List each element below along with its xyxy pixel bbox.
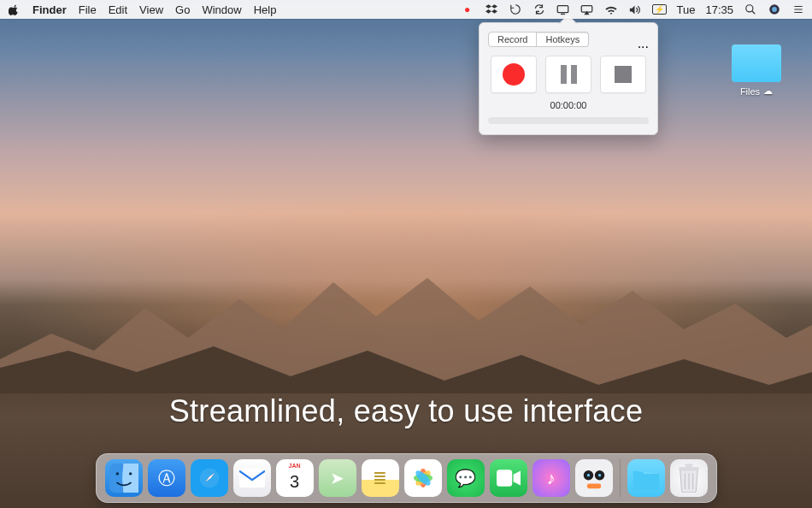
desktop-folder-files[interactable]: Files ☁ xyxy=(727,44,786,97)
notification-center-icon[interactable] xyxy=(791,3,805,16)
timemachine-icon[interactable] xyxy=(509,3,522,16)
calendar-day: 3 xyxy=(290,472,299,492)
tab-hotkeys[interactable]: Hotkeys xyxy=(537,32,589,47)
tab-record[interactable]: Record xyxy=(488,32,537,47)
svg-point-19 xyxy=(586,474,589,476)
calendar-month: JAN xyxy=(288,463,300,469)
dropbox-icon[interactable] xyxy=(485,3,498,16)
dock-app-notes[interactable]: ≣ xyxy=(362,459,399,497)
dock-separator xyxy=(620,459,621,497)
svg-rect-15 xyxy=(497,470,512,487)
timer-readout: 00:00:00 xyxy=(488,100,649,110)
dock-trash[interactable] xyxy=(670,459,708,497)
siri-icon[interactable] xyxy=(768,3,781,16)
recording-indicator-icon[interactable]: ● xyxy=(461,3,474,16)
menu-file[interactable]: File xyxy=(79,3,97,16)
dock-app-safari[interactable] xyxy=(191,459,228,497)
svg-point-4 xyxy=(772,7,777,12)
dock: Ⓐ JAN 3 ➤ ≣ 💬 ♪ xyxy=(0,453,812,503)
overlay-tagline: Streamlined, easy to use interface xyxy=(0,393,812,429)
recorder-panel: Record Hotkeys ... 00:00:00 xyxy=(479,22,658,135)
volume-icon[interactable] xyxy=(628,3,642,16)
menu-help[interactable]: Help xyxy=(254,3,277,16)
svg-point-20 xyxy=(597,474,600,476)
dock-app-maps[interactable]: ➤ xyxy=(319,459,356,497)
more-button[interactable]: ... xyxy=(638,36,649,51)
wifi-icon[interactable] xyxy=(604,3,618,16)
svg-point-6 xyxy=(115,472,118,475)
menu-window[interactable]: Window xyxy=(202,3,241,16)
svg-point-7 xyxy=(128,472,131,475)
progress-bar[interactable] xyxy=(488,117,649,124)
dock-app-photos[interactable] xyxy=(404,459,442,497)
active-app-name[interactable]: Finder xyxy=(32,3,67,16)
svg-point-2 xyxy=(746,5,753,12)
dock-app-messages[interactable]: 💬 xyxy=(447,459,485,497)
icloud-icon: ☁ xyxy=(763,86,773,97)
stop-icon xyxy=(615,66,632,83)
stop-button[interactable] xyxy=(600,56,646,93)
dock-downloads-folder[interactable] xyxy=(627,459,665,497)
svg-rect-22 xyxy=(678,467,698,470)
display-icon[interactable] xyxy=(556,3,570,16)
dock-app-appstore[interactable]: Ⓐ xyxy=(148,459,185,497)
svg-rect-21 xyxy=(586,484,600,489)
dock-app-calendar[interactable]: JAN 3 xyxy=(276,459,314,497)
apple-menu[interactable] xyxy=(7,3,21,16)
dock-app-mail[interactable] xyxy=(233,459,271,497)
clock-time[interactable]: 17:35 xyxy=(705,3,733,16)
svg-rect-23 xyxy=(685,464,692,467)
menu-edit[interactable]: Edit xyxy=(109,3,127,16)
folder-icon xyxy=(732,44,781,82)
dock-app-recorder[interactable] xyxy=(575,459,613,497)
panel-tabs: Record Hotkeys xyxy=(488,32,589,47)
menubar: Finder File Edit View Go Window Help ● ⚡… xyxy=(0,0,812,19)
svg-rect-10 xyxy=(239,469,265,488)
spotlight-icon[interactable] xyxy=(744,3,757,16)
record-icon xyxy=(503,63,525,86)
record-button[interactable] xyxy=(491,56,537,93)
battery-icon[interactable]: ⚡ xyxy=(652,4,667,15)
airplay-icon[interactable] xyxy=(580,3,594,16)
desktop-folder-label: Files xyxy=(740,86,760,97)
menu-view[interactable]: View xyxy=(139,3,163,16)
desktop-wallpaper xyxy=(0,0,812,508)
clock-day[interactable]: Tue xyxy=(677,3,696,16)
sync-icon[interactable] xyxy=(533,3,546,16)
dock-app-facetime[interactable] xyxy=(490,459,527,497)
dock-app-itunes[interactable]: ♪ xyxy=(533,459,570,497)
dock-app-finder[interactable] xyxy=(105,459,143,497)
pause-icon xyxy=(561,65,577,84)
menu-go[interactable]: Go xyxy=(175,3,190,16)
pause-button[interactable] xyxy=(545,56,591,93)
svg-rect-16 xyxy=(579,463,609,493)
svg-rect-0 xyxy=(557,5,568,12)
